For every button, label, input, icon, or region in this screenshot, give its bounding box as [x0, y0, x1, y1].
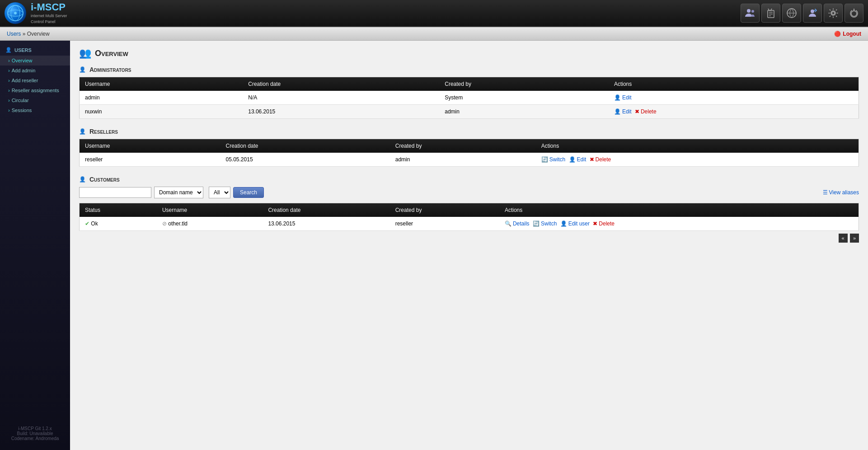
col-username: Username	[80, 77, 243, 91]
col-creation-date: Creation date	[221, 139, 390, 153]
switch-icon: 🔄	[541, 156, 548, 163]
edit-icon: 👤	[569, 156, 576, 163]
sidebar-item-label: Add admin	[12, 68, 36, 73]
logo-area: i-MSCP internet Multi ServerControl Pane…	[5, 1, 67, 24]
customer-actions: 🔍 Details 🔄 Switch 👤 Edit user	[499, 217, 859, 231]
resellers-table-header: Username Creation date Created by Action…	[80, 139, 859, 153]
page-title-area: 👥 Overview	[79, 47, 859, 59]
admin-username: admin	[80, 91, 243, 105]
filter-select[interactable]: Domain name	[154, 187, 203, 198]
reseller-edit-link[interactable]: 👤 Edit	[569, 156, 586, 163]
details-icon: 🔍	[505, 220, 511, 227]
sidebar-item-add-admin[interactable]: Add admin	[0, 66, 70, 75]
brand-tagline: internet Multi ServerControl Panel	[31, 13, 67, 24]
resellers-title: Resellers	[89, 128, 118, 135]
svg-point-5	[751, 10, 754, 13]
reseller-username: reseller	[80, 153, 221, 167]
edit-icon: 👤	[614, 94, 621, 101]
sidebar-item-label: Add reseller	[12, 78, 38, 83]
customer-details-link[interactable]: 🔍 Details	[505, 220, 530, 227]
reseller-actions: 🔄 Switch 👤 Edit ✖ Delete	[536, 153, 859, 167]
nuxwin-creation-date: 13.06.2015	[243, 105, 439, 119]
svg-point-11	[832, 12, 835, 14]
sidebar-item-add-reseller[interactable]: Add reseller	[0, 75, 70, 85]
nuxwin-edit-link[interactable]: 👤 Edit	[614, 108, 632, 115]
status-ok-icon: ✔	[85, 220, 89, 227]
reseller-switch-link[interactable]: 🔄 Switch	[541, 156, 565, 163]
nav-settings-icon[interactable]	[824, 4, 843, 23]
breadcrumb-users-link[interactable]: Users	[7, 31, 21, 37]
reseller-creation-date: 05.05.2015	[221, 153, 390, 167]
administrators-table: Username Creation date Created by Action…	[79, 77, 859, 119]
users-section-icon: 👤	[5, 47, 12, 53]
first-page-button[interactable]: «	[839, 234, 848, 243]
nav-power-icon[interactable]	[845, 4, 863, 23]
svg-point-13	[851, 11, 857, 16]
reseller-created-by: admin	[390, 153, 536, 167]
nav-network-icon[interactable]	[782, 4, 801, 23]
customers-table-header: Status Username Creation date Created by…	[80, 203, 859, 217]
search-input[interactable]	[79, 187, 151, 198]
col-created-by: Created by	[390, 139, 536, 153]
col-actions: Actions	[609, 77, 859, 91]
customers-icon: 👤	[79, 176, 86, 183]
sidebar-section-header: 👤 Users	[0, 44, 70, 56]
list-icon: ☰	[823, 189, 828, 196]
customer-delete-link[interactable]: ✖ Delete	[593, 220, 615, 227]
col-actions: Actions	[499, 203, 859, 217]
customer-username: ⊘ other.tld	[157, 217, 263, 231]
table-row: admin N/A System 👤 Edit	[80, 91, 859, 105]
sidebar-item-circular[interactable]: Circular	[0, 95, 70, 105]
switch-icon: 🔄	[533, 220, 540, 227]
administrators-table-header: Username Creation date Created by Action…	[80, 77, 859, 91]
search-button[interactable]: Search	[233, 187, 264, 198]
customers-section: 👤 Customers Domain name All Search ☰ Vie…	[79, 176, 859, 245]
nav-reseller-icon[interactable]	[803, 4, 822, 23]
admin-edit-link[interactable]: 👤 Edit	[614, 94, 632, 101]
nav-users-icon[interactable]	[741, 4, 760, 23]
content-area: 👥 Overview 👤 Administrators Username Cre…	[70, 41, 868, 450]
col-username: Username	[80, 139, 221, 153]
administrators-section: 👤 Administrators Username Creation date …	[79, 66, 859, 119]
resellers-section-header: 👤 Resellers	[79, 128, 859, 135]
edit-icon: 👤	[614, 108, 621, 115]
nav-tools-icon[interactable]	[761, 4, 780, 23]
table-row: ✔ Ok ⊘ other.tld 13.06.2015 reseller 🔍	[80, 217, 859, 231]
sidebar-item-sessions[interactable]: Sessions	[0, 105, 70, 115]
svg-point-10	[811, 9, 814, 13]
customer-edit-link[interactable]: 👤 Edit user	[560, 220, 590, 227]
logo-text: i-MSCP internet Multi ServerControl Pane…	[31, 1, 67, 24]
customers-section-header: 👤 Customers	[79, 176, 859, 183]
customer-status: ✔ Ok	[80, 217, 157, 231]
table-row: nuxwin 13.06.2015 admin 👤 Edit ✖ Delete	[80, 105, 859, 119]
status-select[interactable]: All	[209, 187, 230, 198]
delete-icon: ✖	[635, 108, 639, 115]
top-icons	[741, 4, 863, 23]
customers-table: Status Username Creation date Created by…	[79, 203, 859, 231]
view-aliases-link[interactable]: ☰ View aliases	[823, 189, 859, 196]
col-creation-date: Creation date	[243, 77, 439, 91]
col-username: Username	[157, 203, 263, 217]
col-status: Status	[80, 203, 157, 217]
logout-button[interactable]: 🔴 Logout	[834, 31, 861, 37]
logo-icon	[5, 2, 26, 24]
sidebar-item-label: Overview	[12, 58, 33, 63]
sidebar-section-users: 👤 Users Overview Add admin Add reseller …	[0, 41, 70, 117]
sidebar-item-overview[interactable]: Overview	[0, 56, 70, 66]
sidebar-item-reseller-assignments[interactable]: Reseller assignments	[0, 85, 70, 95]
admin-actions: 👤 Edit	[609, 91, 859, 105]
page-title-icon: 👥	[79, 47, 91, 59]
last-page-button[interactable]: »	[850, 234, 859, 243]
col-created-by: Created by	[439, 77, 609, 91]
nuxwin-delete-link[interactable]: ✖ Delete	[635, 108, 657, 115]
top-bar: i-MSCP internet Multi ServerControl Pane…	[0, 0, 868, 27]
customer-switch-link[interactable]: 🔄 Switch	[533, 220, 557, 227]
administrators-title: Administrators	[89, 66, 131, 73]
reseller-delete-link[interactable]: ✖ Delete	[590, 156, 611, 163]
resellers-table: Username Creation date Created by Action…	[79, 139, 859, 167]
brand-name: i-MSCP	[31, 1, 67, 13]
resellers-section: 👤 Resellers Username Creation date Creat…	[79, 128, 859, 167]
nuxwin-username: nuxwin	[80, 105, 243, 119]
admin-created-by: System	[439, 91, 609, 105]
sidebar-item-label: Reseller assignments	[12, 88, 59, 93]
